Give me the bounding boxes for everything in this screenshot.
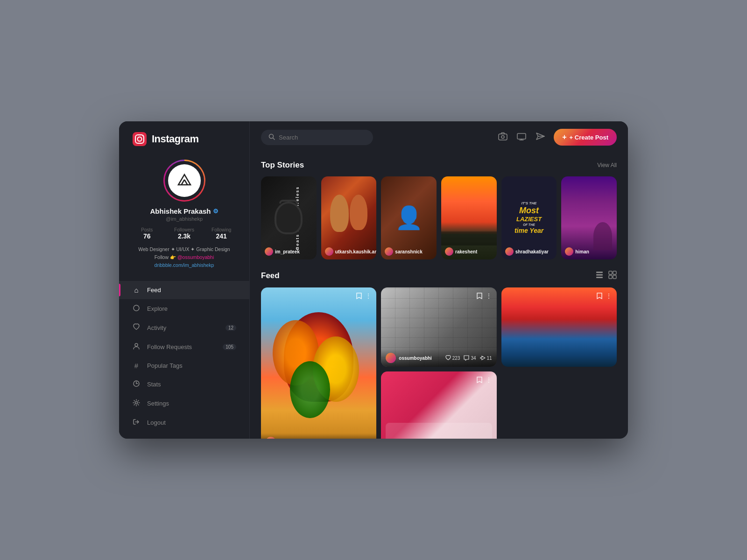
feed-card-4: ⋮ — [381, 371, 496, 439]
story-6-label: himan — [565, 247, 589, 256]
feed-card-1: ⋮ im_prateek 523 — [261, 287, 376, 439]
view-all-button[interactable]: View All — [597, 162, 617, 168]
svg-point-11 — [135, 402, 138, 404]
following-stat: Following 241 — [203, 227, 240, 240]
grid-view-icon[interactable] — [608, 271, 617, 281]
feed-card-4-overlay: ⋮ — [476, 376, 492, 385]
sidebar-item-settings[interactable]: Settings — [119, 394, 249, 413]
svg-rect-22 — [613, 271, 616, 274]
posts-stat: Posts 76 — [128, 227, 166, 240]
sidebar-item-popular-tags[interactable]: # Popular Tags — [119, 357, 249, 375]
svg-point-15 — [501, 135, 504, 138]
svg-rect-21 — [609, 271, 612, 274]
feed-card-1-footer: im_prateek 523 34 — [261, 433, 376, 439]
stats-icon — [132, 380, 141, 389]
sidebar-item-logout[interactable]: Logout — [119, 413, 249, 432]
feed-card-3: ⋮ — [501, 287, 617, 367]
more-icon[interactable]: ⋮ — [365, 292, 372, 301]
profile-username: @im_abhishekp — [166, 216, 203, 222]
content-area: Top Stories View All Beats Studio Wirele… — [250, 153, 628, 439]
bookmark-icon-4[interactable] — [476, 376, 483, 385]
bookmark-icon-3[interactable] — [596, 292, 603, 301]
tv-icon[interactable] — [516, 131, 527, 144]
feed-header: Feed — [261, 271, 617, 281]
avatar-ring — [163, 160, 205, 202]
feed-card-1-overlay: ⋮ — [356, 292, 372, 301]
bookmark-icon-2[interactable] — [476, 292, 483, 301]
bookmark-icon[interactable] — [356, 292, 362, 301]
hashtag-icon: # — [132, 362, 141, 370]
svg-point-9 — [135, 343, 138, 346]
feed-user-2-avatar — [386, 353, 396, 363]
heart-icon — [132, 323, 141, 332]
svg-rect-19 — [596, 274, 603, 276]
home-icon: ⌂ — [132, 286, 141, 294]
svg-rect-18 — [596, 272, 603, 273]
logout-icon — [132, 418, 141, 427]
story-card-3[interactable]: 👤 saranshnick — [381, 176, 437, 259]
feed-card-2-overlay: ⋮ — [476, 292, 492, 301]
svg-point-8 — [134, 305, 139, 311]
sidebar-item-stats[interactable]: Stats — [119, 375, 249, 394]
feed-title: Feed — [261, 271, 280, 280]
feed-user-1: im_prateek — [266, 437, 303, 439]
more-icon-2[interactable]: ⋮ — [486, 292, 492, 301]
stories-title: Top Stories — [261, 161, 304, 170]
story-4-label: rakeshent — [445, 247, 477, 256]
search-input[interactable] — [279, 134, 366, 141]
story-card-2[interactable]: utkarsh.kaushik.arts — [321, 176, 377, 259]
story-card-4[interactable]: rakeshent — [441, 176, 497, 259]
instagram-logo-icon — [132, 132, 147, 147]
story-card-6[interactable]: himan — [561, 176, 617, 259]
story-5-label: shradhakatiyar — [505, 247, 549, 256]
app-container: Instagram Abhish — [119, 121, 628, 439]
story-1-label: im_prateek — [265, 247, 300, 256]
svg-rect-0 — [133, 132, 147, 146]
feed-user-1-avatar — [266, 437, 276, 439]
verified-icon: ⚙ — [213, 208, 218, 215]
feed-section: Feed — [261, 271, 617, 439]
sidebar: Instagram Abhish — [119, 121, 250, 439]
list-view-icon[interactable] — [595, 271, 604, 281]
sidebar-item-follow-requests[interactable]: Follow Requests 105 — [119, 337, 249, 357]
create-post-button[interactable]: + + Create Post — [554, 129, 617, 146]
plus-icon: + — [562, 133, 566, 141]
sidebar-item-feed[interactable]: ⌂ Feed — [119, 281, 249, 299]
main-content: + + Create Post Top Stories View All Bea… — [250, 121, 628, 439]
sidebar-item-explore[interactable]: Explore — [119, 299, 249, 318]
feed-card-2-stats: 223 34 11 — [445, 355, 492, 361]
nav-menu: ⌂ Feed Explore Activity 12 Foll — [119, 276, 249, 439]
send-icon[interactable] — [535, 131, 545, 144]
svg-line-13 — [273, 138, 275, 140]
more-icon-4[interactable]: ⋮ — [486, 376, 492, 385]
avatar — [168, 164, 201, 197]
profile-bio: Web Designer ✦ UI/UX ✦ Graphic Design Fo… — [138, 245, 230, 269]
feed-view-icons — [595, 271, 617, 281]
feed-grid: ⋮ im_prateek 523 — [261, 287, 617, 439]
search-box[interactable] — [261, 130, 373, 145]
svg-rect-23 — [609, 275, 612, 279]
search-icon — [268, 133, 275, 141]
profile-name: Abhishek Prakash ⚙ — [150, 207, 218, 215]
story-card-5[interactable]: IT'S THE Most LAZIEST OF THE time Year s… — [501, 176, 557, 259]
svg-point-3 — [142, 135, 143, 136]
story-card-1[interactable]: Beats Studio Wireless im_prateek — [261, 176, 317, 259]
sidebar-item-activity[interactable]: Activity 12 — [119, 318, 249, 337]
svg-rect-14 — [499, 134, 507, 140]
likes-stat-2: 223 — [445, 355, 460, 361]
svg-rect-16 — [517, 133, 526, 139]
camera-icon[interactable] — [498, 131, 508, 144]
explore-icon — [132, 304, 141, 313]
more-icon-3[interactable]: ⋮ — [606, 292, 612, 301]
header-icons: + + Create Post — [498, 129, 617, 146]
sidebar-logo: Instagram — [119, 121, 249, 155]
svg-rect-24 — [613, 275, 616, 279]
story-3-label: saranshnick — [385, 247, 422, 256]
stories-section-header: Top Stories View All — [261, 161, 617, 170]
followers-stat: Followers 2.3k — [166, 227, 203, 240]
feed-card-2-footer: ossumboyabhi 223 34 — [381, 349, 496, 367]
settings-icon — [132, 399, 141, 408]
feed-user-2: ossumboyabhi — [386, 353, 432, 363]
stories-row: Beats Studio Wireless im_prateek — [261, 176, 617, 259]
svg-rect-20 — [596, 277, 603, 278]
